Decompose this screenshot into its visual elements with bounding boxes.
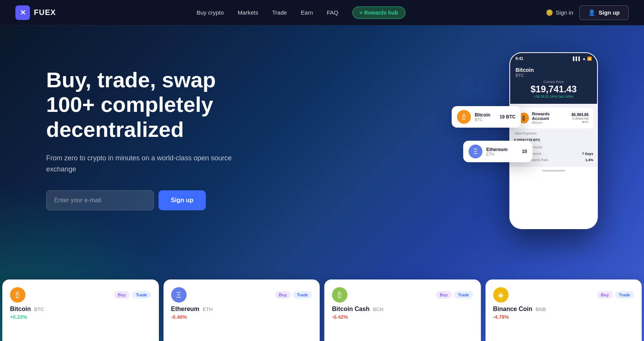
- float-card-btc: ₿ Bitcoin BTC 19 BTC: [452, 106, 521, 128]
- crypto-eth-sym: ETH: [203, 306, 213, 312]
- float-card-eth: Ξ Ethereum ETH 10: [463, 141, 532, 162]
- navbar: ✕ FUEX Buy crypto Markets Trade Earn FAQ…: [0, 0, 644, 25]
- hero-heading: Buy, trade, swap 100+ completely decentr…: [46, 68, 262, 142]
- crypto-bnb-logo: ◈: [493, 287, 509, 303]
- phone-rewards-amount: $6,984.86 0.35381738 BTC: [566, 113, 589, 124]
- phone-rewards-left: ₿ Rewards Account Bitcoin: [519, 111, 566, 125]
- logo-icon: ✕: [15, 5, 30, 20]
- phone-hold-val: 7 Days: [582, 152, 593, 156]
- phone-rewards-title: Rewards Account: [532, 111, 566, 121]
- nav-actions: 🪙 Sign in 👤 Sign up: [546, 5, 629, 20]
- phone-rewards-info: Rewards Account Bitcoin: [532, 111, 566, 125]
- phone-status-bar: 9:41 ▌▌▌ ▲ 📶: [510, 53, 597, 64]
- phone-coin-name: Bitcoin: [516, 67, 592, 73]
- crypto-bnb-name: Binance Coin: [493, 306, 532, 312]
- crypto-bnb-buy-tag[interactable]: Buy: [597, 291, 613, 299]
- crypto-btc-logo: ₿: [10, 287, 25, 303]
- crypto-bch-header: ₿ Buy Trade: [332, 287, 473, 303]
- crypto-bch-name-row: Bitcoin Cash BCH: [332, 306, 473, 313]
- float-eth-info: Ethereum ETH: [486, 147, 518, 156]
- phone-price-change: +38.38 (0.19%) last 24hrs: [516, 95, 592, 98]
- nav-buy-crypto[interactable]: Buy crypto: [197, 9, 224, 16]
- crypto-card-btc: ₿ Buy Trade Bitcoin BTC +0.22%: [2, 279, 159, 341]
- phone-rewards-card: ₿ Rewards Account Bitcoin $6,984.86 0.35…: [514, 108, 593, 128]
- phone-rewards-coin: Bitcoin: [532, 121, 566, 125]
- crypto-eth-trade-tag[interactable]: Trade: [293, 291, 312, 299]
- hero-right: 9:41 ▌▌▌ ▲ 📶 Bitcoin BTC Current Price $…: [452, 52, 613, 245]
- nav-earn[interactable]: Earn: [301, 9, 313, 16]
- float-eth-icon: Ξ: [469, 145, 482, 158]
- crypto-bch-sym: BCH: [373, 306, 383, 312]
- crypto-eth-logo: Ξ: [171, 287, 187, 303]
- phone-time: 9:41: [516, 57, 523, 61]
- crypto-bch-change: -0.42%: [332, 314, 473, 320]
- crypto-btc-header: ₿ Buy Trade: [10, 287, 151, 303]
- crypto-btc-buy-tag[interactable]: Buy: [114, 291, 130, 299]
- phone-price: $19,741.43: [516, 84, 592, 95]
- crypto-btc-sym: BTC: [34, 306, 44, 312]
- phone-price-label: Current Price: [516, 80, 592, 84]
- email-input[interactable]: [46, 190, 154, 210]
- float-btc-name: Bitcoin: [475, 112, 496, 118]
- crypto-card-bch: ₿ Buy Trade Bitcoin Cash BCH -0.42%: [324, 279, 481, 341]
- crypto-eth-name: Ethereum: [171, 306, 200, 312]
- crypto-bnb-name-row: Binance Coin BNB: [493, 306, 634, 313]
- float-btc-sym: BTC: [475, 118, 496, 122]
- sign-up-button[interactable]: 👤 Sign up: [579, 5, 629, 20]
- sign-in-button[interactable]: 🪙 Sign in: [546, 9, 573, 16]
- crypto-bch-trade-tag[interactable]: Trade: [454, 291, 473, 299]
- crypto-eth-buy-tag[interactable]: Buy: [275, 291, 291, 299]
- phone-home-bar: [510, 167, 597, 175]
- crypto-bch-name: Bitcoin Cash: [332, 306, 370, 312]
- crypto-btc-trade-tag[interactable]: Trade: [132, 291, 151, 299]
- float-eth-name: Ethereum: [486, 147, 518, 152]
- crypto-eth-change: -0.48%: [171, 314, 312, 320]
- phone-signal: ▌▌▌ ▲ 📶: [573, 57, 592, 61]
- hero-signup-button[interactable]: Sign up: [158, 190, 206, 210]
- crypto-bnb-change: -4.78%: [493, 314, 634, 320]
- crypto-eth-header: Ξ Buy Trade: [171, 287, 312, 303]
- crypto-btc-name-row: Bitcoin BTC: [10, 306, 151, 313]
- float-btc-val: 19 BTC: [500, 114, 516, 120]
- crypto-btc-change: +0.22%: [10, 314, 151, 320]
- rewards-hub-button[interactable]: + Rewards hub: [352, 7, 405, 19]
- user-icon: 👤: [588, 9, 596, 16]
- hero-left: Buy, trade, swap 100+ completely decentr…: [46, 56, 262, 210]
- crypto-btc-name: Bitcoin: [10, 306, 31, 312]
- nav-links: Buy crypto Markets Trade Earn FAQ + Rewa…: [197, 7, 405, 19]
- crypto-bch-buy-tag[interactable]: Buy: [436, 291, 452, 299]
- crypto-bnb-sym: BNB: [536, 306, 546, 312]
- phone-coin-sym: BTC: [516, 73, 592, 78]
- phone-home-indicator: [542, 170, 565, 171]
- wallet-icon: 🪙: [546, 9, 553, 16]
- float-btc-info: Bitcoin BTC: [475, 112, 496, 122]
- crypto-cards-row: ₿ Buy Trade Bitcoin BTC +0.22% Ξ Buy Tra…: [0, 279, 644, 341]
- nav-faq[interactable]: FAQ: [327, 9, 339, 16]
- hero-subtext: From zero to crypto in minutes on a worl…: [46, 153, 262, 175]
- nav-markets[interactable]: Markets: [238, 9, 258, 16]
- logo-text: FUEX: [34, 8, 56, 17]
- crypto-bch-logo: ₿: [332, 287, 347, 303]
- crypto-bnb-trade-tag[interactable]: Trade: [615, 291, 634, 299]
- crypto-bnb-header: ◈ Buy Trade: [493, 287, 634, 303]
- crypto-card-eth: Ξ Buy Trade Ethereum ETH -0.48%: [164, 279, 320, 341]
- nav-trade[interactable]: Trade: [272, 9, 287, 16]
- crypto-bch-tags: Buy Trade: [436, 291, 473, 299]
- hero-form: Sign up: [46, 190, 262, 210]
- float-btc-icon: ₿: [457, 110, 471, 124]
- float-eth-sym: ETH: [486, 152, 518, 156]
- crypto-card-bnb: ◈ Buy Trade Binance Coin BNB -4.78%: [486, 279, 642, 341]
- crypto-btc-tags: Buy Trade: [114, 291, 151, 299]
- crypto-bnb-tags: Buy Trade: [597, 291, 634, 299]
- hero-section: Buy, trade, swap 100+ completely decentr…: [0, 0, 644, 341]
- logo-link[interactable]: ✕ FUEX: [15, 5, 56, 20]
- phone-header: Bitcoin BTC Current Price $19,741.43 +38…: [510, 64, 597, 104]
- float-eth-val: 10: [522, 149, 527, 154]
- crypto-eth-tags: Buy Trade: [275, 291, 312, 299]
- phone-section-next-payment: Next Payment: [514, 131, 593, 135]
- phone-rate-val: 1.4%: [585, 158, 593, 162]
- crypto-eth-name-row: Ethereum ETH: [171, 306, 312, 313]
